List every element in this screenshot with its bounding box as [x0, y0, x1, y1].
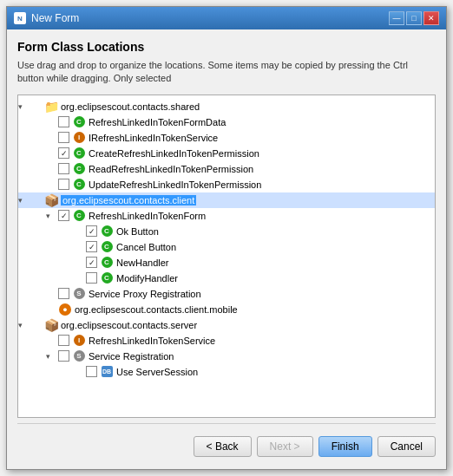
- expand-arrow-icon[interactable]: ▾: [18, 196, 30, 205]
- tree-item-label: IRefreshLinkedInTokenService: [89, 133, 218, 143]
- next-button[interactable]: Next >: [257, 436, 313, 457]
- tree-item-label: ReadRefreshLinkedInTokenPermission: [89, 164, 253, 174]
- tree-checkbox[interactable]: [58, 132, 69, 143]
- tree-item-label: Cancel Button: [116, 242, 176, 252]
- tree-item-label: CreateRefreshLinkedInTokenPermission: [89, 148, 259, 159]
- expand-arrow-icon[interactable]: ▾: [18, 321, 30, 329]
- tree-item-label: RefreshLinkedInTokenService: [89, 336, 215, 346]
- green-circle-icon: C: [74, 163, 85, 174]
- maximize-button[interactable]: □: [406, 11, 422, 25]
- window-title: New Form: [31, 12, 79, 24]
- tree-item[interactable]: ✓CCreateRefreshLinkedInTokenPermission: [18, 146, 435, 161]
- tree-checkbox[interactable]: [58, 163, 69, 174]
- tree-checkbox[interactable]: ✓: [86, 257, 97, 268]
- tree-checkbox[interactable]: [86, 366, 97, 377]
- expand-arrow-icon[interactable]: ▾: [46, 352, 58, 361]
- package-shared-icon: 📁: [44, 100, 58, 114]
- window-icon: N: [14, 12, 26, 24]
- green-circle-icon: C: [74, 210, 85, 221]
- tree-item-label: ModifyHandler: [116, 273, 178, 284]
- tree-item-label: org.eclipsescout.contacts.shared: [61, 101, 200, 112]
- cancel-button[interactable]: Cancel: [378, 436, 436, 457]
- tree-checkbox[interactable]: [58, 288, 69, 299]
- tree-item-label: Use ServerSession: [116, 367, 198, 377]
- service-icon: S: [74, 288, 85, 299]
- footer: < Back Next > Finish Cancel: [17, 429, 436, 459]
- tree-item[interactable]: CModifyHandler: [18, 271, 435, 286]
- title-bar: N New Form — □ ✕: [7, 7, 446, 29]
- tree-item-label: org.eclipsescout.contacts.client.mobile: [75, 304, 238, 315]
- green-circle-icon: C: [102, 225, 113, 237]
- interface-icon: I: [74, 335, 85, 346]
- package-client-icon: 📦: [45, 194, 57, 206]
- tree-item[interactable]: IIRefreshLinkedInTokenService: [18, 130, 435, 146]
- tree-item[interactable]: ▾✓CRefreshLinkedInTokenForm: [18, 208, 435, 224]
- package-server-icon: 📦: [44, 318, 59, 332]
- tree-checkbox[interactable]: ✓: [86, 225, 97, 237]
- tree-item-label: Service Proxy Registration: [89, 289, 201, 299]
- green-circle-icon: C: [102, 241, 113, 252]
- tree-item[interactable]: ●org.eclipsescout.contacts.client.mobile: [18, 302, 435, 317]
- tree-container[interactable]: ▾📁org.eclipsescout.contacts.shared CRefr…: [17, 95, 436, 418]
- title-controls: — □ ✕: [389, 11, 439, 25]
- tree-checkbox[interactable]: [58, 116, 69, 127]
- db-icon: DB: [102, 366, 113, 377]
- tree-checkbox[interactable]: ✓: [58, 210, 69, 221]
- tree-item[interactable]: ▾📁org.eclipsescout.contacts.shared: [18, 99, 435, 114]
- expand-arrow-icon[interactable]: ▾: [18, 102, 30, 111]
- tree-item-label: org.eclipsescout.contacts.server: [61, 320, 197, 330]
- tree-item[interactable]: SService Proxy Registration: [18, 286, 435, 302]
- green-circle-icon: C: [74, 179, 85, 190]
- tree-item[interactable]: ✓CNewHandler: [18, 255, 435, 271]
- close-button[interactable]: ✕: [423, 11, 439, 25]
- tree-item[interactable]: ▾📦org.eclipsescout.contacts.client: [18, 192, 435, 208]
- interface-icon: I: [74, 132, 85, 143]
- content-area: Form Class Locations Use drag and drop t…: [7, 29, 446, 469]
- tree-item-label: RefreshLinkedInTokenForm: [89, 211, 206, 221]
- tree-checkbox[interactable]: [58, 335, 69, 346]
- back-button[interactable]: < Back: [194, 436, 252, 457]
- tree-item-label: org.eclipsescout.contacts.client: [61, 195, 196, 205]
- service-icon: S: [74, 350, 85, 362]
- tree-item-label: RefreshLinkedInTokenFormData: [89, 117, 226, 127]
- tree-item-label: Ok Button: [116, 226, 159, 237]
- tree-item[interactable]: ✓COk Button: [18, 224, 435, 239]
- expand-arrow-icon[interactable]: ▾: [46, 212, 58, 220]
- package-mobile-icon: ●: [59, 303, 71, 316]
- green-circle-icon: C: [102, 272, 113, 284]
- tree-item[interactable]: CReadRefreshLinkedInTokenPermission: [18, 161, 435, 177]
- tree-item[interactable]: ▾📦org.eclipsescout.contacts.server: [18, 317, 435, 333]
- minimize-button[interactable]: —: [389, 11, 404, 25]
- tree-checkbox[interactable]: [58, 350, 69, 362]
- finish-button[interactable]: Finish: [318, 436, 372, 457]
- green-circle-icon: C: [102, 257, 113, 268]
- section-title: Form Class Locations: [17, 40, 436, 54]
- green-circle-icon: C: [74, 147, 85, 159]
- green-circle-icon: C: [74, 116, 85, 127]
- tree-checkbox[interactable]: ✓: [58, 147, 69, 159]
- tree-checkbox[interactable]: [86, 272, 97, 284]
- window: N New Form — □ ✕ Form Class Locations Us…: [6, 6, 447, 470]
- tree-checkbox[interactable]: ✓: [86, 241, 97, 252]
- tree-item-label: UpdateRefreshLinkedInTokenPermission: [89, 179, 261, 190]
- tree-item[interactable]: IRefreshLinkedInTokenService: [18, 333, 435, 349]
- tree-item-label: NewHandler: [116, 258, 169, 268]
- tree-checkbox[interactable]: [58, 179, 69, 190]
- tree-item[interactable]: CUpdateRefreshLinkedInTokenPermission: [18, 177, 435, 192]
- tree-item[interactable]: CRefreshLinkedInTokenFormData: [18, 114, 435, 130]
- tree-item-label: Service Registration: [89, 351, 174, 362]
- description-text: Use drag and drop to organize the locati…: [17, 59, 436, 86]
- tree-item[interactable]: ▾SService Registration: [18, 349, 435, 364]
- tree-item[interactable]: ✓CCancel Button: [18, 239, 435, 255]
- tree-item[interactable]: DBUse ServerSession: [18, 364, 435, 380]
